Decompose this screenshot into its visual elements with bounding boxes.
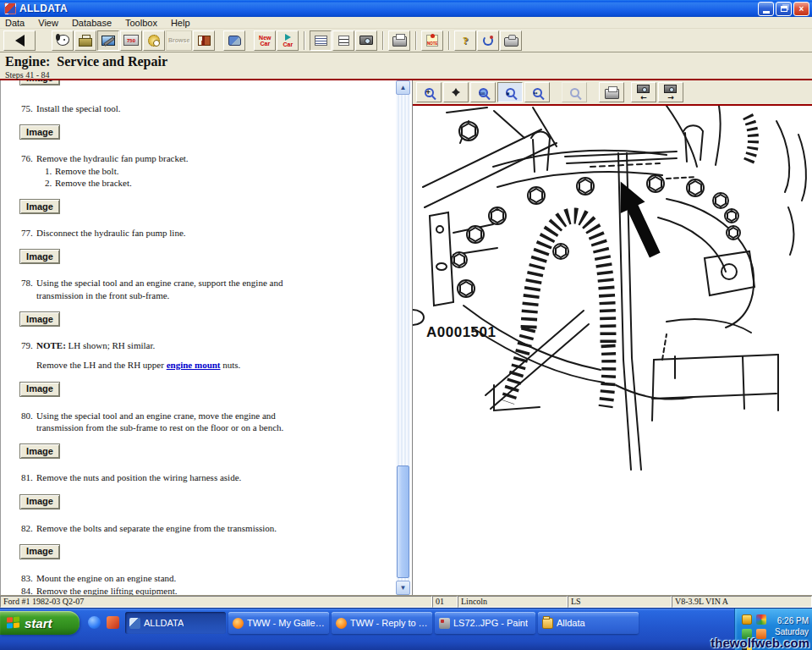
substep-number: 1. bbox=[45, 165, 52, 177]
prev-image-icon: ← bbox=[636, 85, 651, 100]
list-lines-button[interactable] bbox=[332, 30, 354, 51]
image-viewer-panel: + 100 ▣ ↔ ← → bbox=[412, 80, 812, 595]
paint-icon bbox=[439, 618, 450, 629]
tools-button[interactable] bbox=[223, 30, 245, 51]
change-car-button[interactable]: Car bbox=[277, 30, 299, 51]
list-lines-icon bbox=[338, 36, 349, 46]
change-car-icon: Car bbox=[282, 34, 294, 47]
toolbox-button[interactable] bbox=[74, 30, 96, 51]
help-button[interactable]: ? bbox=[454, 30, 476, 51]
quick-launch-app-icon[interactable] bbox=[107, 616, 119, 629]
task-alldata[interactable]: ALLDATA bbox=[125, 612, 226, 634]
step-84: 84.Remove the engine lifting equipment. bbox=[1, 585, 397, 595]
internet-explorer-icon[interactable] bbox=[88, 616, 101, 629]
task-buttons: ALLDATA TWW - My Gallery - M... TWW - Re… bbox=[125, 612, 639, 634]
zoom-fit-icon: ▣ bbox=[506, 88, 515, 97]
menu-data[interactable]: Data bbox=[5, 18, 25, 28]
shield-icon[interactable] bbox=[742, 614, 752, 625]
image-button[interactable]: Image bbox=[19, 494, 60, 510]
diagnostics-button[interactable] bbox=[97, 30, 119, 51]
image-button-partial[interactable]: Image bbox=[19, 80, 60, 85]
toolbox-icon bbox=[79, 38, 92, 47]
back-button[interactable] bbox=[3, 30, 36, 51]
scroll-up-button[interactable]: ▲ bbox=[396, 80, 410, 95]
image-button[interactable]: Image bbox=[19, 382, 60, 397]
prev-image-button[interactable]: ← bbox=[631, 82, 656, 102]
search-button[interactable] bbox=[52, 30, 74, 51]
clock-time: 6:26 PM bbox=[775, 615, 809, 626]
figure-label: A0001501 bbox=[426, 324, 496, 341]
step-text: Remove the nuts and position the wiring … bbox=[36, 472, 241, 482]
image-button[interactable]: Image bbox=[19, 249, 60, 264]
zoom-fit-button[interactable]: ▣ bbox=[497, 82, 523, 102]
new-car-button[interactable]: New Car bbox=[254, 30, 276, 51]
step-text: Remove the engine lifting equipment. bbox=[36, 586, 178, 595]
menu-view[interactable]: View bbox=[38, 18, 58, 28]
status-code: 01 bbox=[432, 596, 458, 608]
pan-button[interactable] bbox=[443, 82, 469, 102]
print-button[interactable] bbox=[388, 30, 410, 51]
maintenance-button[interactable] bbox=[143, 30, 165, 51]
menu-toolbox[interactable]: Toolbox bbox=[125, 18, 157, 28]
zoom-in-button[interactable]: + bbox=[416, 82, 442, 102]
task-paint[interactable]: LS72..JPG - Paint bbox=[435, 612, 535, 634]
firefox-icon bbox=[336, 618, 347, 629]
camera-view-button[interactable] bbox=[355, 30, 377, 51]
image-print-button[interactable] bbox=[599, 82, 624, 102]
fax-icon bbox=[504, 37, 518, 47]
list-scrollbar[interactable]: ▲ ▼ bbox=[396, 80, 410, 595]
gears-clock-icon bbox=[148, 35, 160, 47]
camera-icon bbox=[359, 36, 373, 45]
start-button[interactable]: start bbox=[0, 611, 80, 635]
minimize-icon bbox=[763, 11, 770, 14]
image-button[interactable]: Image bbox=[19, 199, 60, 214]
substep-text: Remove the bracket. bbox=[55, 178, 132, 188]
desktop: ALLDATA × Data View Database Toolbox Hel… bbox=[0, 0, 812, 650]
next-image-button[interactable]: → bbox=[658, 82, 683, 102]
procedure-panel: Image 75.Install the special tool. Image… bbox=[0, 80, 410, 595]
engine-mount-link[interactable]: engine mount bbox=[167, 360, 221, 370]
close-button[interactable]: × bbox=[793, 2, 809, 16]
scrollbar-thumb[interactable] bbox=[397, 465, 409, 578]
step-number: 78. bbox=[21, 277, 33, 289]
step-number: 76. bbox=[21, 152, 33, 164]
step-number: 75. bbox=[21, 102, 33, 114]
notes-button[interactable]: NOTE bbox=[421, 30, 443, 51]
step-81: 81.Remove the nuts and position the wiri… bbox=[1, 471, 397, 509]
scroll-down-button[interactable]: ▼ bbox=[396, 581, 410, 595]
window-controls: × bbox=[758, 2, 809, 16]
step-text: Using the special tool and an engine cra… bbox=[36, 278, 283, 300]
page-subtitle: Steps 41 - 84 bbox=[5, 70, 807, 80]
task-tww-gallery[interactable]: TWW - My Gallery - M... bbox=[228, 612, 329, 634]
status-make: Lincoln bbox=[458, 596, 568, 608]
watermark: thewolfweb.com bbox=[710, 636, 809, 650]
step-80: 80.Using the special tool and an engine … bbox=[1, 410, 397, 460]
window-title: ALLDATA bbox=[19, 3, 68, 14]
title-bar: ALLDATA × bbox=[0, 0, 812, 17]
note-text: LH shown; RH similar. bbox=[66, 340, 155, 350]
refresh-button[interactable] bbox=[477, 30, 499, 51]
list-detail-button[interactable] bbox=[310, 30, 332, 51]
zoom-actual-button[interactable]: 100 bbox=[470, 82, 496, 102]
task-tww-reply[interactable]: TWW - Reply to Topic... bbox=[332, 612, 432, 634]
fax-button[interactable] bbox=[500, 30, 522, 51]
image-button[interactable]: Image bbox=[19, 544, 60, 559]
menu-help[interactable]: Help bbox=[171, 18, 190, 28]
image-toolbar: + 100 ▣ ↔ ← → bbox=[413, 80, 812, 106]
zoom-width-button[interactable]: ↔ bbox=[524, 82, 550, 102]
manual-button[interactable] bbox=[193, 30, 215, 51]
step-text: Using the special tool and an engine cra… bbox=[36, 410, 283, 432]
pinwheel-icon[interactable] bbox=[756, 614, 766, 625]
main-toolbar: 750 Browse New Car Car NOTE ? bbox=[0, 29, 812, 52]
minimize-button[interactable] bbox=[758, 2, 774, 16]
step-78: 78.Using the special tool and an engine … bbox=[1, 277, 397, 327]
menu-database[interactable]: Database bbox=[72, 18, 112, 28]
zoom-width-icon: ↔ bbox=[533, 88, 542, 97]
image-button[interactable]: Image bbox=[19, 311, 60, 327]
step-83: 83.Mount the engine on an engine stand. bbox=[1, 572, 397, 584]
image-button[interactable]: Image bbox=[19, 124, 60, 140]
tsb-button[interactable]: 750 bbox=[120, 30, 142, 51]
task-alldata-folder[interactable]: Alldata bbox=[538, 612, 639, 634]
restore-button[interactable] bbox=[776, 2, 792, 16]
image-button[interactable]: Image bbox=[19, 443, 60, 459]
